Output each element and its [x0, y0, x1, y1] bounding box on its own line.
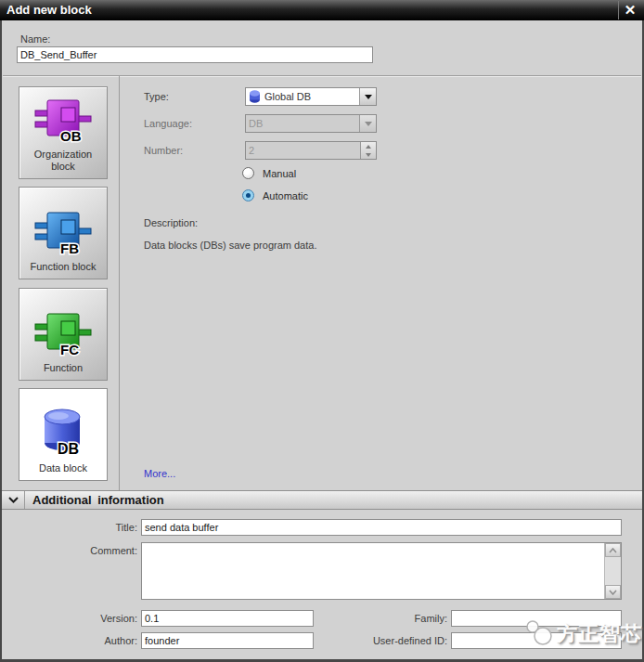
block-button-label: Data block: [24, 462, 102, 474]
block-button-function-block[interactable]: FB Function block: [19, 187, 108, 279]
family-label: Family:: [353, 613, 447, 624]
scroll-up-icon[interactable]: [605, 543, 621, 557]
spin-down-icon: [361, 150, 376, 159]
block-button-data-block[interactable]: DB Data block: [19, 388, 108, 481]
description-text: Data blocks (DBs) save program data.: [144, 240, 316, 251]
name-label: Name:: [20, 33, 50, 45]
block-button-organization[interactable]: OB Organization block: [19, 86, 108, 179]
manual-radio[interactable]: [242, 167, 254, 179]
description-label: Description:: [144, 217, 198, 228]
chevron-down-icon: [8, 497, 19, 503]
comment-input[interactable]: [141, 542, 622, 600]
version-label: Version:: [37, 613, 137, 624]
type-select[interactable]: Global DB: [245, 87, 377, 106]
title-label: Title:: [37, 522, 137, 533]
title-input[interactable]: [141, 519, 622, 536]
author-label: Author:: [37, 635, 137, 646]
db-badge: DB: [58, 441, 79, 457]
function-block-icon: FB: [34, 210, 92, 256]
type-value: Global DB: [264, 91, 359, 102]
language-label: Language:: [144, 118, 192, 129]
user-defined-id-label: User-defined ID:: [353, 635, 447, 646]
number-spin-buttons: [360, 142, 376, 159]
block-button-label: Function block: [24, 261, 102, 273]
manual-radio-label: Manual: [263, 168, 296, 179]
window-border-left: [0, 20, 2, 662]
type-label: Type:: [144, 91, 169, 102]
fc-badge: FC: [60, 342, 79, 357]
family-input[interactable]: [451, 610, 622, 627]
close-icon[interactable]: ✕: [618, 1, 641, 19]
spin-up-icon: [361, 142, 376, 150]
block-button-function[interactable]: FC Function: [19, 288, 108, 381]
author-input[interactable]: [141, 632, 314, 649]
window-title: Add new block: [6, 3, 92, 17]
number-label: Number:: [144, 145, 183, 156]
group-separator-highlight: [3, 76, 641, 77]
user-defined-id-input[interactable]: [451, 632, 622, 649]
global-db-icon: [249, 89, 261, 104]
automatic-radio[interactable]: [242, 189, 254, 201]
version-input[interactable]: [141, 610, 314, 627]
manual-radio-row: Manual: [242, 167, 296, 179]
number-value: 2: [249, 145, 360, 156]
organization-block-icon: OB: [34, 97, 92, 144]
window-titlebar: Add new block ✕: [0, 0, 644, 20]
scroll-down-icon[interactable]: [605, 585, 621, 599]
name-input[interactable]: [17, 46, 373, 63]
collapse-chevron-box[interactable]: [2, 491, 25, 509]
language-value: DB: [249, 118, 359, 129]
automatic-radio-row: Automatic: [242, 189, 308, 201]
comment-scrollbar[interactable]: [604, 543, 621, 599]
block-button-label: Organization block: [24, 149, 102, 173]
chevron-down-icon: [365, 95, 372, 99]
block-button-label: Function: [24, 362, 102, 374]
add-new-block-dialog: Add new block ✕ Name: OB Organization bl…: [0, 0, 644, 662]
number-spinner: 2: [245, 141, 377, 160]
fb-badge: FB: [60, 240, 79, 256]
column-divider: [119, 76, 120, 490]
section-title: Additional information: [25, 493, 164, 507]
additional-information-header[interactable]: Additional information: [2, 490, 642, 510]
data-block-icon: DB: [41, 408, 85, 458]
language-dropdown-button: [359, 115, 376, 132]
function-icon: FC: [34, 311, 92, 357]
language-select: DB: [245, 114, 377, 133]
ob-badge: OB: [60, 128, 82, 144]
type-dropdown-button[interactable]: [359, 88, 376, 105]
automatic-radio-label: Automatic: [263, 190, 308, 201]
more-link[interactable]: More...: [144, 468, 175, 479]
chevron-down-icon: [365, 122, 372, 126]
comment-label: Comment:: [37, 545, 137, 556]
